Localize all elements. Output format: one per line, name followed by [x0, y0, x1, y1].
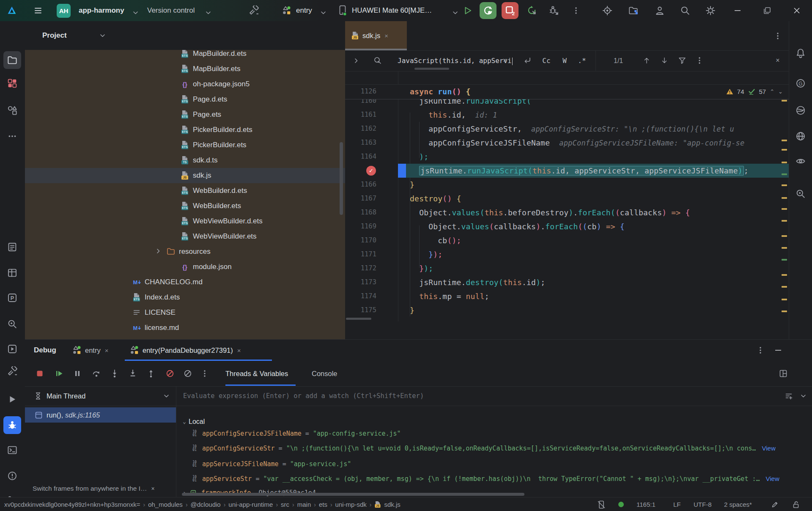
tree-item-Page.ets[interactable]: ETSPage.ets: [25, 107, 345, 122]
chevron-down-icon[interactable]: [130, 8, 140, 18]
tree-item-oh-package.json5[interactable]: {}oh-package.json5: [25, 77, 345, 92]
tree-item-module.json[interactable]: {}module.json: [25, 259, 345, 275]
line-number[interactable]: 1161: [345, 108, 376, 122]
error-stripe-mark[interactable]: [782, 173, 787, 175]
no-device-icon[interactable]: [597, 500, 606, 509]
close-find-icon[interactable]: ×: [773, 56, 782, 65]
tree-item-Index.d.ets[interactable]: ETSIndex.d.ets: [25, 290, 345, 305]
globe-tool-icon[interactable]: [796, 131, 806, 141]
line-number[interactable]: 1169: [345, 220, 376, 234]
line-number[interactable]: 1174: [345, 289, 376, 303]
find-field-scrollbar[interactable]: [414, 68, 449, 70]
breadcrumb-main[interactable]: main: [297, 501, 311, 508]
encoding[interactable]: UTF-8: [694, 497, 712, 511]
notifications-bell-icon[interactable]: [796, 48, 806, 58]
search-icon[interactable]: [373, 56, 382, 65]
tree-item-sdk.d.ts[interactable]: TSsdk.d.ts: [25, 153, 345, 168]
next-match-icon[interactable]: [660, 56, 669, 65]
search-everywhere-icon[interactable]: [680, 5, 690, 16]
line-number[interactable]: 1162: [345, 122, 376, 136]
breadcrumb-uni-app-runtime[interactable]: uni-app-runtime: [228, 501, 273, 508]
more-tools-icon[interactable]: [7, 131, 17, 141]
step-over-button[interactable]: [92, 369, 101, 378]
account-icon[interactable]: [655, 5, 665, 16]
thread-selector[interactable]: Main Thread: [25, 386, 176, 406]
profiler-icon[interactable]: [602, 5, 612, 16]
line-number[interactable]: 1171: [345, 247, 376, 261]
error-stripe-mark[interactable]: [782, 299, 787, 300]
mute-breakpoints-icon[interactable]: [183, 369, 192, 378]
debug-tool-icon[interactable]: [7, 420, 17, 430]
breadcrumb-src[interactable]: src: [281, 501, 289, 508]
chevron-down-icon[interactable]: [203, 8, 213, 18]
breadcrumb-oh_modules[interactable]: oh_modules: [148, 501, 183, 508]
step-out-button[interactable]: [146, 369, 156, 378]
error-stripe-mark[interactable]: [782, 310, 787, 312]
expand-replace-chevron-icon[interactable]: [351, 56, 361, 65]
run-button[interactable]: [463, 5, 473, 16]
line-ending[interactable]: LF: [673, 497, 681, 511]
variables-hscrollbar[interactable]: [182, 493, 524, 496]
stop-process-button[interactable]: [35, 369, 44, 378]
regex-toggle[interactable]: .*: [577, 56, 587, 65]
line-number[interactable]: 1163: [345, 136, 376, 150]
filter-funnel-icon[interactable]: [678, 56, 687, 65]
attach-debugger-button[interactable]: [549, 5, 559, 16]
tree-item-WebBuilder.ets[interactable]: ETSWebBuilder.ets: [25, 198, 345, 214]
error-stripe-mark[interactable]: [782, 197, 787, 199]
tree-item-MapBuilder.d.ets[interactable]: ETSMapBuilder.d.ets: [25, 50, 345, 61]
vcs-selector[interactable]: Version control: [147, 0, 195, 21]
rerun-button[interactable]: [527, 5, 537, 16]
restart-debug-button[interactable]: [480, 2, 497, 19]
line-number[interactable]: 1167: [345, 192, 376, 206]
inspector-tool-icon[interactable]: [796, 189, 806, 199]
tab-close-icon[interactable]: ×: [384, 32, 388, 39]
breakpoint-icon[interactable]: ✓: [366, 166, 376, 176]
structure-squares-icon[interactable]: [7, 78, 17, 88]
tree-scrollbar[interactable]: [340, 142, 343, 215]
tab-close-icon[interactable]: ×: [237, 347, 241, 354]
breadcrumb-file[interactable]: sdk.js: [384, 501, 400, 508]
project-tool-icon[interactable]: [7, 55, 17, 65]
tree-item-LICENSE[interactable]: LICENSE: [25, 305, 345, 320]
debug-session-tab-entry[interactable]: entry×: [72, 340, 108, 361]
error-stripe-mark[interactable]: [782, 220, 787, 222]
indent-setting[interactable]: 2 spaces*: [724, 497, 752, 511]
run-config-selector[interactable]: entry: [296, 0, 312, 21]
error-stripe-mark[interactable]: [782, 208, 787, 210]
toolbar-more-icon[interactable]: [200, 369, 209, 378]
code-area[interactable]: 1160 jsRuntime.runJavaScript(1161 this.i…: [345, 71, 789, 343]
find-more-icon[interactable]: [695, 56, 704, 65]
tree-item-sdk.js[interactable]: JSsdk.js: [25, 168, 345, 183]
build-tool-icon[interactable]: [7, 366, 17, 376]
error-stripe-mark[interactable]: [782, 100, 787, 102]
line-number[interactable]: 1168: [345, 206, 376, 220]
sphere-tool-icon[interactable]: [796, 105, 806, 115]
previewer-eye-icon[interactable]: [796, 156, 806, 166]
window-restore-button[interactable]: [762, 5, 772, 16]
breadcrumb-ets[interactable]: ets: [319, 501, 327, 508]
problems-tool-icon[interactable]: [7, 471, 17, 481]
window-close-button[interactable]: [792, 5, 802, 16]
shapes-tool-icon[interactable]: [7, 105, 17, 115]
chevron-right-icon[interactable]: ›: [183, 487, 189, 497]
error-stripe-mark[interactable]: [782, 140, 787, 141]
tree-item-resources[interactable]: resources: [25, 244, 345, 259]
prev-match-icon[interactable]: [642, 56, 651, 65]
layout-settings-icon[interactable]: [779, 369, 788, 378]
device-file-browser-icon[interactable]: [628, 5, 639, 16]
chevron-right-icon[interactable]: [156, 248, 163, 255]
chevron-down-icon[interactable]: [318, 8, 328, 18]
match-case-toggle[interactable]: Cc: [542, 56, 551, 65]
evaluate-expression-bar[interactable]: Evaluate expression (Enter) or add a wat…: [176, 386, 812, 406]
variable-row-frameworkInfo[interactable]: ›frameworkInfo Object@550ac1e4: [176, 487, 809, 497]
toast-close-icon[interactable]: ×: [151, 485, 155, 492]
tab-threads-variables[interactable]: Threads & Variables: [225, 361, 288, 386]
variable-row-appConfigServiceStr[interactable]: 1001appConfigServiceStr = "\n ;(function…: [176, 442, 809, 454]
unlock-icon[interactable]: [792, 500, 800, 509]
breadcrumb-@dcloudio[interactable]: @dcloudio: [191, 501, 221, 508]
tree-item-PickerBuilder.ets[interactable]: ETSPickerBuilder.ets: [25, 137, 345, 153]
services-tool-icon[interactable]: [7, 344, 17, 354]
view-link[interactable]: View: [762, 442, 775, 454]
settings-gear-icon[interactable]: [705, 5, 716, 16]
